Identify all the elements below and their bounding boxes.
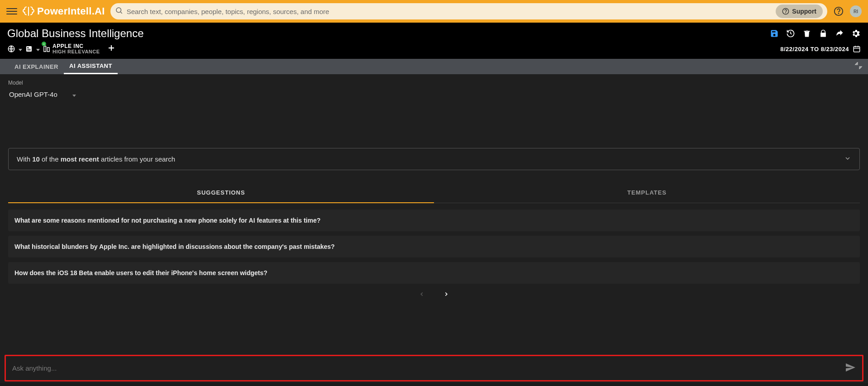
ai-tabs: AI EXPLAINER AI ASSISTANT [0,59,868,74]
send-icon[interactable] [845,362,856,375]
svg-rect-11 [44,46,46,52]
brand-text: PowerIntell.AI [37,5,105,17]
svg-rect-12 [48,48,50,52]
suggestion-item[interactable]: How does the iOS 18 Beta enable users to… [8,262,860,284]
support-button[interactable]: Support [776,5,823,18]
company-relevance: HIGH RELEVANCE [52,49,100,55]
chevron-down-icon [35,45,40,53]
context-summary[interactable]: With 10 of the most recent articles from… [8,148,860,170]
pager-prev-icon [419,290,425,300]
pager-next-icon[interactable] [443,290,449,300]
top-bar: PowerIntell.AI Support RI [0,0,868,23]
company-name: APPLE INC [52,43,100,49]
delete-icon[interactable] [802,29,812,38]
ask-input[interactable] [12,360,840,376]
date-range-text: 8/22/2024 TO 8/23/2024 [780,46,849,52]
svg-rect-10 [27,50,31,50]
svg-point-3 [786,13,786,13]
suggestion-item[interactable]: What historical blunders by Apple Inc. a… [8,236,860,257]
history-icon[interactable] [786,29,796,38]
suggestion-pager [8,290,860,300]
svg-line-1 [120,12,122,13]
brand-logo[interactable]: PowerIntell.AI [23,5,105,17]
suggestion-list: What are some reasons mentioned for not … [8,210,860,284]
save-icon[interactable] [769,29,779,38]
lock-icon[interactable] [818,29,828,38]
global-search[interactable]: Support [110,3,827,19]
suggestion-item[interactable]: What are some reasons mentioned for not … [8,210,860,231]
filter-chips: + APPLE INC HIGH RELEVANCE [7,43,115,54]
subtab-suggestions[interactable]: SUGGESTIONS [8,183,434,203]
company-tag: APPLE INC HIGH RELEVANCE [52,43,100,54]
svg-rect-15 [854,47,860,52]
model-value: OpenAI GPT-4o [9,91,57,98]
help-icon[interactable] [833,5,844,17]
tab-ai-explainer[interactable]: AI EXPLAINER [9,59,64,74]
avatar-initials: RI [854,9,858,14]
calendar-icon [853,45,861,53]
scope-globe-chip[interactable] [7,45,22,53]
chevron-down-icon [71,91,76,98]
search-icon [115,6,123,16]
svg-point-5 [839,13,839,14]
settings-icon[interactable] [851,29,861,38]
chevron-down-icon [844,155,851,163]
menu-icon[interactable] [6,6,17,17]
assistant-panel: Model OpenAI GPT-4o With 10 of the most … [0,74,868,383]
ask-input-highlight [5,355,863,381]
context-text: With 10 of the most recent articles from… [17,155,175,163]
date-range[interactable]: 8/22/2024 TO 8/23/2024 [780,45,861,53]
source-chip[interactable] [25,45,40,53]
svg-rect-8 [27,47,29,48]
header-actions [769,29,861,38]
search-input[interactable] [127,8,773,15]
svg-point-0 [116,8,121,13]
company-chip[interactable]: + APPLE INC HIGH RELEVANCE [43,43,100,54]
model-label: Model [8,80,860,86]
page-header: Global Business Intelligence + [0,23,868,59]
svg-rect-9 [27,49,31,49]
support-label: Support [792,8,816,15]
avatar[interactable]: RI [850,5,862,17]
share-icon[interactable] [835,29,844,38]
collapse-icon[interactable] [854,62,863,71]
assistant-subtabs: SUGGESTIONS TEMPLATES [8,183,860,203]
model-selector[interactable]: Model OpenAI GPT-4o [8,80,860,103]
add-filter-button[interactable] [107,44,115,54]
tab-ai-assistant[interactable]: AI ASSISTANT [64,59,118,74]
brand-brain-icon [23,5,34,17]
subtab-templates[interactable]: TEMPLATES [434,183,860,203]
page-title: Global Business Intelligence [7,27,144,40]
chevron-down-icon [17,45,22,53]
plus-badge-icon: + [42,42,46,46]
